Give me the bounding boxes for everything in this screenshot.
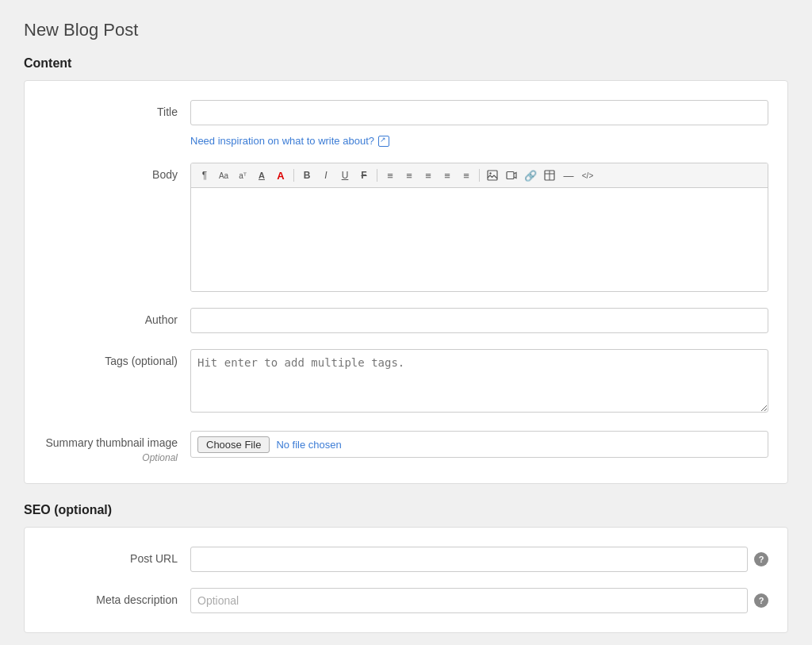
- post-url-input-wrap: ?: [190, 547, 768, 572]
- insert-video-btn[interactable]: [503, 167, 520, 184]
- post-url-field-wrap: ?: [190, 547, 768, 572]
- meta-description-input-wrap: ?: [190, 588, 768, 613]
- editor-toolbar: ¶ Aa aᵀ A A B I U F ≡ ≡ ≡ ≡: [191, 163, 768, 188]
- underline-btn[interactable]: U: [336, 167, 354, 184]
- svg-point-1: [489, 172, 491, 174]
- post-url-help-icon[interactable]: ?: [754, 552, 768, 566]
- thumbnail-label-text: Summary thumbnail image: [45, 436, 178, 449]
- rich-text-editor: ¶ Aa aᵀ A A B I U F ≡ ≡ ≡ ≡: [190, 163, 768, 292]
- horizontal-rule-btn[interactable]: —: [560, 167, 577, 184]
- content-section-heading: Content: [24, 56, 788, 71]
- strikethrough-btn[interactable]: F: [355, 167, 373, 184]
- align-left-btn[interactable]: ≡: [381, 167, 399, 184]
- toolbar-sep-2: [377, 169, 377, 182]
- toolbar-sep-1: [293, 169, 294, 182]
- post-url-input[interactable]: [190, 547, 748, 572]
- tags-input[interactable]: [190, 349, 768, 413]
- content-card: Title Need inspiration on what to write …: [24, 80, 788, 484]
- author-field-wrap: [190, 308, 768, 333]
- unordered-list-btn[interactable]: ≡: [439, 167, 456, 184]
- body-field-wrap: ¶ Aa aᵀ A A B I U F ≡ ≡ ≡ ≡: [190, 163, 768, 292]
- body-row: Body ¶ Aa aᵀ A A B I U F ≡: [44, 163, 768, 292]
- meta-description-field-wrap: ?: [190, 588, 768, 613]
- seo-section: SEO (optional) Post URL ? Meta descripti…: [24, 503, 788, 633]
- align-center-btn[interactable]: ≡: [400, 167, 418, 184]
- thumbnail-row: Summary thumbnail image Optional Choose …: [44, 431, 768, 464]
- align-right-btn[interactable]: ≡: [419, 167, 437, 184]
- insert-image-btn[interactable]: [484, 167, 501, 184]
- thumbnail-label: Summary thumbnail image Optional: [44, 431, 190, 464]
- tags-label: Tags (optional): [44, 349, 190, 370]
- font-size-small-btn[interactable]: aᵀ: [234, 167, 251, 184]
- insert-link-btn[interactable]: 🔗: [522, 167, 539, 184]
- title-label: Title: [44, 100, 190, 121]
- meta-description-row: Meta description ?: [44, 588, 768, 613]
- source-code-btn[interactable]: </>: [579, 167, 596, 184]
- author-label: Author: [44, 308, 190, 328]
- svg-rect-0: [488, 171, 497, 180]
- content-section: Content Title Need inspiration on what t…: [24, 56, 788, 484]
- title-row: Title Need inspiration on what to write …: [44, 100, 768, 147]
- tags-row: Tags (optional): [44, 349, 768, 415]
- external-link-icon: [378, 136, 389, 147]
- seo-card: Post URL ? Meta description ?: [24, 527, 788, 633]
- italic-btn[interactable]: I: [317, 167, 335, 184]
- author-input[interactable]: [190, 308, 768, 333]
- toolbar-sep-3: [479, 169, 480, 182]
- svg-rect-2: [507, 172, 514, 179]
- post-url-label: Post URL: [44, 547, 190, 567]
- font-family-btn[interactable]: A: [253, 167, 270, 184]
- inspiration-link-text: Need inspiration on what to write about?: [190, 135, 374, 147]
- body-editor-content[interactable]: [191, 188, 768, 291]
- choose-file-button[interactable]: Choose File: [197, 436, 270, 453]
- title-field-wrap: Need inspiration on what to write about?: [190, 100, 768, 147]
- file-input-wrap: Choose File No file chosen: [190, 431, 768, 458]
- post-url-row: Post URL ?: [44, 547, 768, 572]
- font-color-btn[interactable]: A: [272, 167, 289, 184]
- page-title: New Blog Post: [24, 16, 788, 40]
- paragraph-btn[interactable]: ¶: [196, 167, 213, 184]
- meta-description-label: Meta description: [44, 588, 190, 609]
- font-size-btn[interactable]: Aa: [215, 167, 232, 184]
- inspiration-link[interactable]: Need inspiration on what to write about?: [190, 135, 389, 147]
- bold-btn[interactable]: B: [298, 167, 316, 184]
- no-file-text: No file chosen: [276, 439, 341, 451]
- ordered-list-btn[interactable]: ≡: [458, 167, 475, 184]
- tags-field-wrap: [190, 349, 768, 415]
- meta-description-input[interactable]: [190, 588, 748, 613]
- title-input[interactable]: [190, 100, 768, 125]
- meta-description-help-icon[interactable]: ?: [754, 593, 768, 608]
- insert-table-btn[interactable]: [541, 167, 558, 184]
- body-label: Body: [44, 163, 190, 183]
- thumbnail-sub-label: Optional: [44, 451, 178, 465]
- seo-section-heading: SEO (optional): [24, 503, 788, 517]
- author-row: Author: [44, 308, 768, 333]
- thumbnail-field-wrap: Choose File No file chosen: [190, 431, 768, 458]
